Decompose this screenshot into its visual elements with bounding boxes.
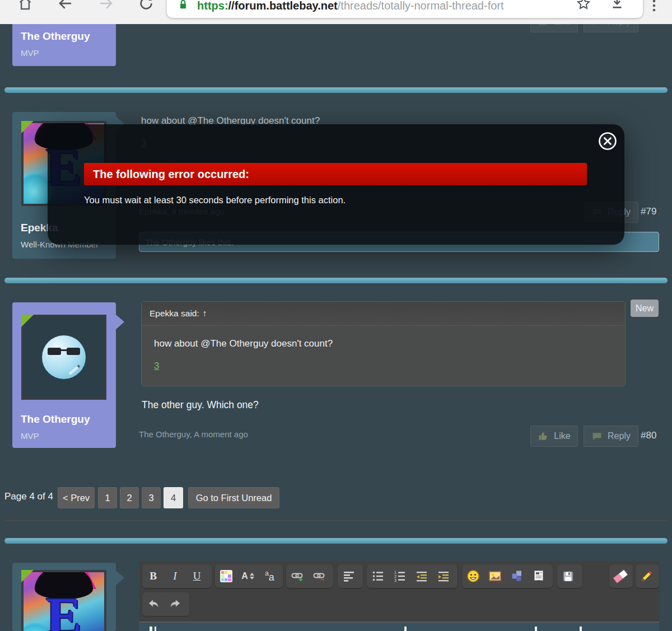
- quote-author-label: Epekka said:: [150, 309, 199, 319]
- post80-panel-pointer: [116, 315, 124, 329]
- post80-meta: The Otherguy, A moment ago: [139, 429, 248, 439]
- close-icon: [598, 132, 617, 151]
- top-author-role: MVP: [21, 48, 39, 58]
- post79-number[interactable]: #79: [641, 206, 656, 217]
- eraser-icon: [612, 569, 628, 583]
- post80-reply-label: Reply: [608, 431, 631, 441]
- post80-message: The other guy. Which one?: [142, 399, 259, 411]
- quoted-message: how about @The Otherguy doesn't count?: [154, 338, 333, 349]
- bookmark-star-icon[interactable]: [576, 0, 591, 11]
- jump-to-post-arrow-icon[interactable]: ↑: [203, 309, 207, 319]
- svg-text:1: 1: [394, 571, 396, 574]
- secure-lock-icon[interactable]: [177, 0, 189, 11]
- back-icon[interactable]: [57, 0, 74, 12]
- error-dialog: The following error occurred: You must w…: [48, 124, 624, 245]
- insert-link-button[interactable]: [286, 565, 308, 587]
- insert-image-button[interactable]: [484, 565, 506, 587]
- browser-menu-icon[interactable]: [648, 0, 660, 13]
- section-separator: [4, 520, 668, 521]
- insert-media-button[interactable]: [506, 565, 528, 587]
- forward-icon[interactable]: [97, 0, 114, 12]
- insert-group: [462, 564, 553, 588]
- quote-body: how about @The Otherguy doesn't count? 3: [142, 326, 625, 386]
- forum-page: The Otherguy, 4 minutes ago Like Reply #…: [0, 0, 672, 631]
- editor-user-panel: E: [12, 563, 116, 631]
- outdent-button[interactable]: [410, 565, 432, 587]
- link-group: [286, 564, 333, 588]
- top-author-name[interactable]: The Otherguy: [21, 30, 90, 43]
- browser-toolbar: https://forum.battlebay.net/threads/tota…: [0, 0, 672, 24]
- post80-quote-block: Epekka said: ↑ how about @The Otherguy d…: [141, 301, 626, 386]
- bbcode-group: [636, 564, 659, 588]
- page-button-4-current[interactable]: 4: [164, 487, 183, 508]
- editor-text-area[interactable]: [139, 623, 659, 631]
- url-path: /threads/totally-normal-thread-fort: [338, 0, 504, 12]
- post80-author-name[interactable]: The Otherguy: [21, 413, 90, 426]
- new-posts-badge[interactable]: New: [631, 300, 659, 317]
- undo-redo-group: [142, 592, 189, 616]
- go-to-first-unread-button[interactable]: Go to First Unread: [188, 487, 279, 508]
- text-color-button[interactable]: [215, 565, 237, 587]
- outdent-icon: [416, 570, 428, 582]
- indent-button[interactable]: [432, 565, 454, 587]
- indent-icon: [437, 570, 450, 582]
- floppy-disk-icon: [562, 570, 575, 583]
- page-button-3[interactable]: 3: [142, 487, 161, 508]
- underline-button[interactable]: U: [186, 565, 208, 587]
- bullet-list-icon: [372, 570, 384, 582]
- ordered-list-button[interactable]: 1 2 3: [389, 565, 410, 587]
- unordered-list-button[interactable]: [367, 565, 389, 587]
- unlink-button[interactable]: [308, 565, 330, 587]
- otherguy-avatar-art: [24, 317, 104, 398]
- save-draft-button[interactable]: [557, 565, 579, 587]
- reply-bubble-icon: [591, 431, 603, 442]
- insert-quote-button[interactable]: [528, 565, 549, 587]
- post80-like-label: Like: [554, 431, 570, 441]
- epekka-avatar-art: E: [24, 572, 104, 631]
- post80-reply-button[interactable]: Reply: [584, 426, 638, 447]
- error-title-banner: The following error occurred:: [84, 163, 587, 185]
- undo-button[interactable]: [142, 593, 164, 615]
- error-title: The following error occurred:: [93, 168, 249, 181]
- toggle-bbcode-button[interactable]: [636, 565, 657, 587]
- remove-formatting-button[interactable]: [609, 565, 631, 587]
- url-host: //forum.battlebay.net: [228, 0, 338, 12]
- page-indicator: Page 4 of 4: [4, 491, 53, 502]
- post80-like-button[interactable]: Like: [530, 426, 578, 447]
- redo-button[interactable]: [164, 593, 186, 615]
- quoted-attachment-link[interactable]: 3: [154, 361, 159, 372]
- smiley-icon: [466, 569, 480, 583]
- post80-avatar[interactable]: [21, 315, 106, 400]
- prev-page-button[interactable]: < Prev: [58, 487, 95, 508]
- editor-user-avatar[interactable]: E: [21, 570, 106, 631]
- home-icon[interactable]: [17, 0, 34, 12]
- image-icon: [488, 569, 502, 583]
- post-divider: [4, 278, 668, 283]
- font-size-button[interactable]: A: [237, 565, 259, 587]
- format-group: B I U: [142, 564, 212, 588]
- alignment-button[interactable]: [338, 565, 360, 587]
- undo-arrow-icon: [147, 597, 160, 611]
- smilies-button[interactable]: [462, 565, 484, 587]
- page-button-2[interactable]: 2: [120, 487, 139, 508]
- bold-button[interactable]: B: [142, 565, 164, 587]
- post-divider: [4, 538, 668, 544]
- quote-header[interactable]: Epekka said: ↑: [142, 302, 625, 326]
- film-icon: [510, 569, 524, 583]
- link-remove-icon: [312, 569, 326, 583]
- link-add-icon: [291, 569, 304, 583]
- align-left-icon: [343, 570, 355, 582]
- download-icon[interactable]: [609, 0, 625, 11]
- redo-arrow-icon: [169, 597, 182, 611]
- close-button[interactable]: [598, 132, 617, 151]
- font-family-button[interactable]: a a: [259, 565, 281, 587]
- error-message: You must wait at least 30 seconds before…: [84, 195, 346, 205]
- italic-button[interactable]: I: [164, 565, 186, 587]
- list-group: 1 2 3: [367, 564, 458, 588]
- reply-editor: B I U A a a: [139, 562, 659, 631]
- page-button-1[interactable]: 1: [98, 487, 117, 508]
- document-icon: [532, 569, 545, 583]
- url-text[interactable]: https://forum.battlebay.net/threads/tota…: [197, 0, 504, 16]
- reload-icon[interactable]: [138, 0, 155, 12]
- post80-number[interactable]: #80: [641, 430, 656, 441]
